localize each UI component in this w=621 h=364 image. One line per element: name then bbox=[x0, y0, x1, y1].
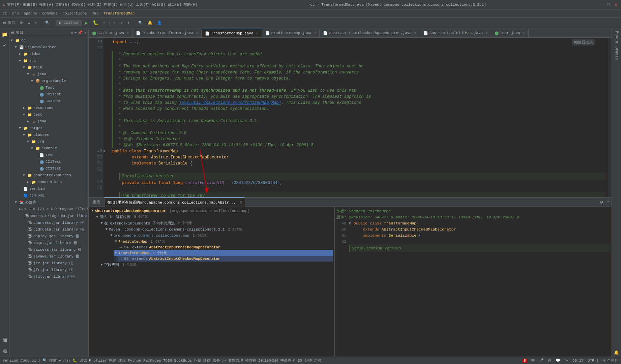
status-profiler[interactable]: Profiler bbox=[89, 359, 107, 363]
tab-close-3[interactable]: ✕ bbox=[256, 31, 258, 35]
menu-code[interactable]: 代码(C) bbox=[71, 2, 86, 7]
tab-abstractinput[interactable]: 📄 AbstractInputCheckedMapDecorator.java … bbox=[320, 29, 420, 37]
tree-item-cc3test[interactable]: ⬤ CC3Test bbox=[9, 98, 88, 104]
tab-transformedmap[interactable]: 📄 TransformedMap.java ✕ bbox=[202, 29, 262, 37]
reader-mode-button[interactable]: 阅读器模式 bbox=[572, 39, 595, 46]
tab-close-7[interactable]: ✕ bbox=[523, 31, 525, 35]
push-button[interactable]: ⬆ bbox=[125, 20, 132, 26]
toolbar-project[interactable]: ▤ 项目 bbox=[1, 20, 17, 26]
tree-item-main[interactable]: ▼ 📁 main bbox=[9, 64, 88, 71]
menu-refactor[interactable]: 构建(B) bbox=[104, 2, 118, 7]
breadcrumb-collections[interactable]: collections bbox=[62, 11, 87, 16]
tree-item-src[interactable]: ▼ 📁 src bbox=[9, 57, 88, 64]
tree-item-jfr[interactable]: 🗜 jfr.jar library 根 bbox=[9, 266, 88, 273]
menu-file[interactable]: 文件(F) bbox=[7, 2, 21, 7]
menu-help[interactable]: 帮助(H) bbox=[183, 2, 198, 7]
breadcrumb-transformedmap[interactable]: TransformedMap bbox=[104, 11, 135, 16]
tree-item-target[interactable]: ▼ 📁 target bbox=[9, 125, 88, 131]
status-debug[interactable]: 🐛 调试 bbox=[72, 358, 87, 363]
status-git[interactable]: Version Control bbox=[3, 359, 36, 363]
status-run[interactable]: ▶ 运行 bbox=[59, 358, 70, 363]
tree-item-cc3test-class[interactable]: ⬤ CC3Test bbox=[9, 165, 88, 172]
tree-item-access-bridge[interactable]: 🗜 access-bridge-64.jar library 根 bbox=[9, 212, 88, 219]
status-terminal[interactable]: 终端 bbox=[203, 358, 211, 363]
tree-item-orgexample[interactable]: ▼ 📦 org.example bbox=[9, 78, 88, 84]
tree-item-test[interactable]: ⬤ Test bbox=[9, 84, 88, 91]
toolbar-sync[interactable]: ⟳ bbox=[18, 20, 25, 26]
result-extends-header[interactable]: ▼ 在 extends/implements 子句中的用法 2 个结果 bbox=[99, 220, 333, 226]
gradle-icon[interactable]: Gradle bbox=[615, 47, 619, 60]
sidebar-icon-bookmarks[interactable]: 书签 bbox=[1, 342, 9, 350]
status-display[interactable]: 画 bbox=[548, 358, 552, 363]
status-todo[interactable]: TODO bbox=[163, 359, 172, 363]
status-more[interactable]: ≫ 参数管理 bbox=[222, 358, 243, 363]
tab-close-5[interactable]: ✕ bbox=[414, 31, 416, 35]
result-field-header[interactable]: ▶ 字段声明 3 个结果 bbox=[99, 262, 333, 268]
code-editor[interactable]: import ...; * Decorates another Map to t… bbox=[110, 38, 608, 197]
minimize-button[interactable]: — bbox=[599, 2, 603, 7]
tree-item-testfolder[interactable]: ▼ 📁 test bbox=[9, 111, 88, 118]
breadcrumb-map[interactable]: map bbox=[92, 11, 99, 16]
tab-close-6[interactable]: ✕ bbox=[485, 31, 487, 35]
bottom-tab-find[interactable]: 查找 bbox=[89, 197, 105, 207]
menu-analyze[interactable]: 分析(Z) bbox=[88, 2, 102, 7]
tab-invokertransformer[interactable]: 📄 InvokerTransformer.java ✕ bbox=[132, 29, 202, 37]
close-button[interactable]: ✕ bbox=[614, 2, 618, 7]
sidebar-settings[interactable]: ⚙ bbox=[71, 30, 73, 35]
status-encoding[interactable]: UTF-8 bbox=[588, 359, 599, 363]
tree-item-idea[interactable]: ▶ 📁 .idea bbox=[9, 51, 88, 57]
profile-button[interactable]: ⚡ bbox=[101, 20, 108, 26]
status-problems[interactable]: 建议 bbox=[118, 358, 126, 363]
sidebar-icon-project[interactable]: 📁 bbox=[1, 30, 9, 38]
sidebar-icon-notifications[interactable]: 通知 bbox=[1, 331, 9, 339]
tree-item-javaws[interactable]: 🗜 javaws.jar library 根 bbox=[9, 253, 88, 260]
menu-edit[interactable]: 编辑(E) bbox=[23, 2, 37, 7]
menu-vcs[interactable]: VCS(S) bbox=[152, 3, 166, 7]
breadcrumb-apache[interactable]: apache bbox=[24, 11, 37, 16]
tree-item-cc1test[interactable]: ⬤ CC1Test bbox=[9, 91, 88, 98]
tree-item-cc1test-class[interactable]: ⬤ CC1Test bbox=[9, 158, 88, 165]
status-mic[interactable]: 🎤 bbox=[539, 358, 544, 363]
tree-item-cc[interactable]: ▼ 📁 cc bbox=[9, 37, 88, 44]
tree-item-deploy[interactable]: 🗜 deploy.jar library 根 bbox=[9, 233, 88, 239]
tree-item-download[interactable]: ▼ 💾 D:\Download\cc bbox=[9, 44, 88, 51]
tree-item-pomxml[interactable]: 🔵 pom.xml bbox=[9, 192, 88, 199]
result-predicated-extends[interactable]: → 54 extends AbstractInputCheckedMapDeco… bbox=[118, 245, 333, 250]
status-more-right[interactable]: ≫ bbox=[564, 358, 568, 363]
status-chat[interactable]: 💬 bbox=[556, 358, 560, 363]
bottom-tab-usages[interactable]: 在[2]里所有位置的org.apache.commons.collections… bbox=[105, 197, 245, 207]
result-transformed-extends[interactable]: → 50 extends AbstractInputCheckedMapDeco… bbox=[118, 256, 333, 262]
tab-cc1test[interactable]: ⬤ CC1Test.java ✕ bbox=[89, 29, 132, 37]
sidebar-collapse[interactable]: ≡ bbox=[75, 31, 77, 35]
run-config-selector[interactable]: ▶ CC1Test bbox=[56, 20, 82, 26]
status-services[interactable]: 服务 bbox=[213, 358, 220, 363]
tree-item-java[interactable]: ▼ ☕ java bbox=[9, 71, 88, 78]
toolbar-edit[interactable]: ✎ bbox=[33, 20, 39, 26]
toolbar-structure[interactable]: ≡ bbox=[26, 20, 32, 26]
result-transformedmap[interactable]: ▼ TransformedMap 1 个结果 bbox=[114, 250, 333, 256]
result-usages-header[interactable]: ▼ 用法 in 所有位置 8 个结果 bbox=[95, 214, 333, 220]
menu-nav[interactable]: 导航(N) bbox=[55, 2, 69, 7]
breadcrumb-commons[interactable]: commons bbox=[42, 11, 57, 16]
tree-item-cldrdata[interactable]: 🗜 cldrdata.jar library 根 bbox=[9, 226, 88, 233]
tab-predicatedmap[interactable]: 📄 PredicatedMap.java ✕ bbox=[262, 29, 320, 37]
menu-window[interactable]: 窗口(W) bbox=[168, 2, 182, 7]
menu-tools[interactable]: 工具(T) bbox=[136, 2, 150, 7]
tab-abstractdualbidi[interactable]: 📄 AbstractDualBidiMap.java ✕ bbox=[420, 29, 491, 37]
status-lang[interactable]: 中 bbox=[531, 358, 535, 363]
tree-item-org[interactable]: ▼ 📁 org bbox=[9, 138, 88, 145]
tree-item-example[interactable]: ▼ 📁 example bbox=[9, 145, 88, 152]
tree-item-annotations[interactable]: ▶ 📁 annotations bbox=[9, 179, 88, 185]
tree-item-jfxt[interactable]: 🗜 jfxt.jar library 根 bbox=[9, 273, 88, 280]
tree-item-external-libs[interactable]: ▼ 📚 外部库 bbox=[9, 199, 88, 206]
status-ime[interactable]: S bbox=[522, 359, 527, 363]
tree-item-resources[interactable]: ▶ 📁 resources bbox=[9, 104, 88, 111]
notifications-icon[interactable]: 🔔 bbox=[614, 350, 619, 355]
notification-bell[interactable]: 🔔 bbox=[146, 20, 154, 26]
bottom-tab-close[interactable]: ✕ bbox=[240, 200, 242, 205]
tree-item-charsets[interactable]: 🗜 charsets.jar library 根 bbox=[9, 219, 88, 226]
tab-close-4[interactable]: ✕ bbox=[314, 31, 316, 35]
menu-view[interactable]: 视图(V) bbox=[39, 2, 53, 7]
debug-button[interactable]: 🐛 bbox=[91, 19, 100, 26]
tab-close-2[interactable]: ✕ bbox=[196, 31, 198, 35]
